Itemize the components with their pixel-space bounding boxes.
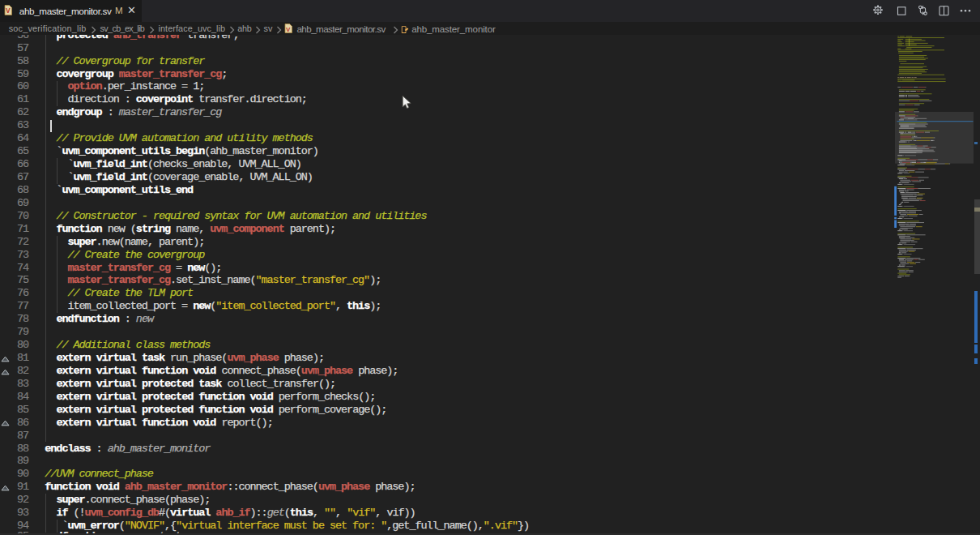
svg-text:V: V [286, 26, 291, 33]
svg-text:V: V [6, 6, 11, 15]
